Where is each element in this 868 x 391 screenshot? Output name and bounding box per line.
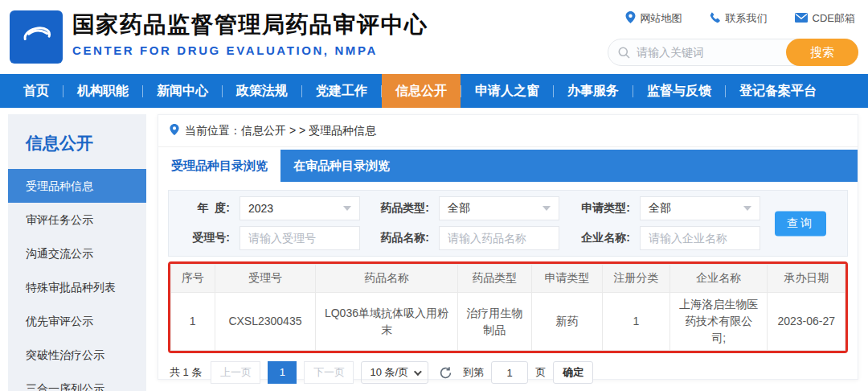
quick-links: 网站地图 联系我们 CDE邮箱	[625, 11, 855, 26]
total-count: 共 1 条	[170, 365, 202, 380]
filter-panel: 年 度: 2023 药品类型: 全部 申请类型: 全部 受理号: 药品名称:	[168, 190, 848, 257]
cell-drug-type: 治疗用生物制品	[457, 293, 531, 351]
contact-link[interactable]: 联系我们	[710, 11, 768, 26]
query-button[interactable]: 查询	[775, 211, 826, 236]
sitemap-link[interactable]: 网站地图	[625, 11, 682, 26]
chevron-down-icon	[743, 206, 751, 211]
map-pin-icon	[625, 11, 636, 26]
company-name-label: 企业名称:	[564, 231, 635, 245]
apply-type-select[interactable]: 全部	[640, 196, 760, 220]
tab-accepted-catalog[interactable]: 受理品种目录浏览	[158, 150, 280, 182]
goto-page-label: 到第	[463, 365, 484, 380]
cell-apply-type: 新药	[531, 293, 602, 351]
page: 国家药品监督管理局药品审评中心 CENTER FOR DRUG EVALUATI…	[0, 0, 868, 391]
pagination: 共 1 条 上一页 1 下一页 10 条/页 到第 页 确定	[170, 361, 846, 384]
sidebar-item-priority-review[interactable]: 优先审评公示	[8, 304, 146, 338]
contact-label: 联系我们	[726, 11, 768, 26]
drug-name-input[interactable]	[439, 226, 559, 250]
nav-item-registration-platform[interactable]: 登记备案平台	[726, 74, 830, 108]
mail-label: CDE邮箱	[813, 11, 855, 26]
drug-type-select[interactable]: 全部	[439, 196, 559, 220]
mail-link[interactable]: CDE邮箱	[795, 11, 855, 26]
col-header-apply-type: 申请类型	[531, 265, 602, 293]
cell-acceptance-no: CXSL2300435	[215, 293, 316, 351]
nav-item-home[interactable]: 首页	[10, 74, 63, 108]
cde-logo	[10, 10, 63, 64]
main-nav: 首页 机构职能 新闻中心 政策法规 党建工作 信息公开 申请人之窗 办事服务 监…	[0, 74, 868, 108]
nav-item-functions[interactable]: 机构职能	[63, 74, 142, 108]
cell-seq: 1	[171, 293, 215, 351]
acceptance-no-label: 受理号:	[177, 231, 235, 245]
content-card: 当前位置：信息公开 > > 受理品种信息 受理品种目录浏览 在审品种目录浏览 年…	[158, 114, 858, 380]
col-header-reg-class: 注册分类	[602, 265, 669, 293]
sidebar-item-special-approval[interactable]: 特殊审批品种列表	[8, 270, 146, 304]
col-header-company: 企业名称	[669, 265, 768, 293]
page-size-value: 10 条/页	[370, 365, 408, 380]
nav-item-applicant-window[interactable]: 申请人之窗	[461, 74, 553, 108]
cell-company: 上海洛启生物医药技术有限公司;	[669, 293, 768, 351]
col-header-date: 承办日期	[768, 265, 845, 293]
table-row: 1 CXSL2300435 LQ036单域抗体吸入用粉末 治疗用生物制品 新药 …	[171, 293, 845, 351]
nav-item-info-disclosure[interactable]: 信息公开	[382, 74, 461, 108]
prev-page-button[interactable]: 上一页	[211, 361, 260, 384]
sidebar-item-breakthrough-therapy[interactable]: 突破性治疗公示	[8, 338, 146, 372]
table-header-row: 序号 受理号 药品名称 药品类型 申请类型 注册分类 企业名称 承办日期	[171, 265, 845, 293]
search-input[interactable]	[637, 46, 786, 59]
page-1-button[interactable]: 1	[268, 361, 297, 384]
company-name-input[interactable]	[640, 226, 760, 250]
cell-date: 2023-06-27	[768, 293, 845, 351]
mail-icon	[795, 13, 808, 25]
refresh-icon[interactable]	[439, 366, 452, 380]
sidebar-item-communication[interactable]: 沟通交流公示	[8, 237, 146, 270]
goto-page-suffix: 页	[535, 365, 546, 380]
nav-item-news[interactable]: 新闻中心	[143, 74, 222, 108]
chevron-down-icon	[414, 368, 422, 376]
confirm-button[interactable]: 确定	[553, 361, 593, 384]
drug-type-label: 药品类型:	[365, 201, 434, 216]
tab-under-review-catalog[interactable]: 在审品种目录浏览	[280, 150, 403, 182]
drug-type-value: 全部	[448, 201, 470, 216]
apply-type-value: 全部	[649, 201, 671, 216]
site-titles: 国家药品监督管理局药品审评中心 CENTER FOR DRUG EVALUATI…	[72, 11, 428, 57]
nav-item-services[interactable]: 办事服务	[554, 74, 633, 108]
results-table-highlight: 序号 受理号 药品名称 药品类型 申请类型 注册分类 企业名称 承办日期 1 C…	[168, 261, 848, 353]
col-header-drug-type: 药品类型	[457, 265, 531, 293]
location-pin-icon	[170, 124, 179, 138]
year-value: 2023	[248, 202, 273, 215]
drug-name-label: 药品名称:	[365, 231, 434, 245]
chevron-down-icon	[542, 206, 551, 211]
next-page-button[interactable]: 下一页	[304, 361, 354, 384]
year-select[interactable]: 2023	[240, 196, 360, 220]
cell-drug-name: LQ036单域抗体吸入用粉末	[316, 293, 457, 351]
col-header-acceptance-no: 受理号	[215, 265, 316, 293]
page-size-select[interactable]: 10 条/页	[361, 361, 428, 384]
sidebar-item-accepted-varieties[interactable]: 受理品种信息	[8, 169, 146, 203]
goto-page-input[interactable]	[491, 361, 528, 384]
tab-bar: 受理品种目录浏览 在审品种目录浏览	[158, 150, 858, 182]
phone-icon	[710, 12, 721, 26]
breadcrumb: 当前位置：信息公开 > > 受理品种信息	[158, 115, 858, 147]
apply-type-label: 申请类型:	[564, 201, 635, 216]
results-table: 序号 受理号 药品名称 药品类型 申请类型 注册分类 企业名称 承办日期 1 C…	[170, 264, 845, 351]
year-label: 年 度:	[177, 201, 235, 216]
sidebar: 信息公开 受理品种信息 审评任务公示 沟通交流公示 特殊审批品种列表 优先审评公…	[8, 114, 146, 391]
col-header-drug-name: 药品名称	[316, 265, 457, 293]
nav-item-supervision[interactable]: 监督与反馈	[633, 74, 725, 108]
cde-swoosh-icon	[18, 17, 55, 57]
breadcrumb-text: 当前位置：信息公开 > > 受理品种信息	[185, 124, 376, 138]
page-title: 国家药品监督管理局药品审评中心	[72, 11, 428, 39]
search-icon	[618, 47, 630, 59]
nav-item-party[interactable]: 党建工作	[302, 74, 381, 108]
site-header: 国家药品监督管理局药品审评中心 CENTER FOR DRUG EVALUATI…	[0, 0, 868, 74]
nav-item-policies[interactable]: 政策法规	[223, 74, 301, 108]
sidebar-title: 信息公开	[8, 127, 146, 169]
col-header-seq: 序号	[171, 265, 215, 293]
sidebar-item-three-in-one[interactable]: 三合一序列公示	[8, 372, 146, 391]
sidebar-item-review-tasks[interactable]: 审评任务公示	[8, 203, 146, 237]
acceptance-no-input[interactable]	[240, 226, 360, 250]
cell-reg-class: 1	[602, 293, 669, 351]
search-button[interactable]: 搜索	[786, 39, 858, 66]
site-search: 搜索	[608, 39, 858, 66]
page-subtitle: CENTER FOR DRUG EVALUATION, NMPA	[72, 43, 428, 57]
sitemap-label: 网站地图	[641, 11, 682, 26]
